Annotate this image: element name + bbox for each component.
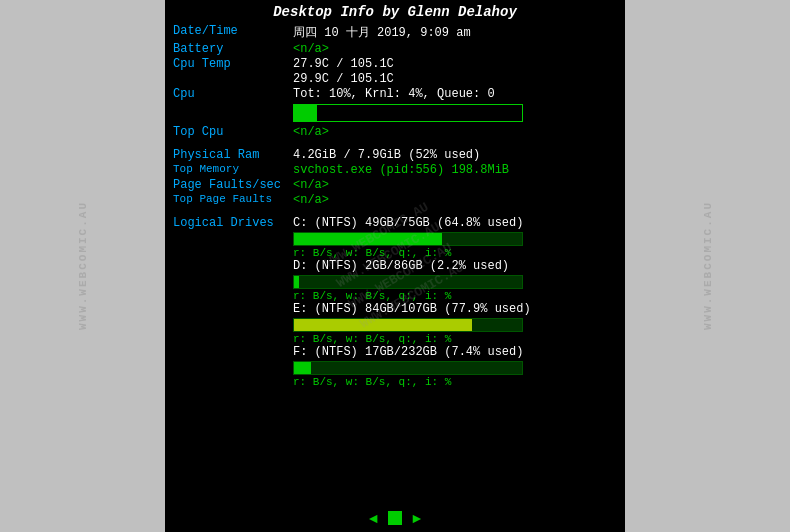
drive-d-io: r: B/s, w: B/s, q:, i: % xyxy=(293,290,617,302)
right-watermark-text: WWW.WEBCOMIC.AU xyxy=(702,201,714,330)
topmem-value: svchost.exe (pid:556) 198.8MiB xyxy=(293,163,509,177)
ram-row: Physical Ram 4.2GiB / 7.9GiB (52% used) xyxy=(173,148,617,162)
drives-content: C: (NTFS) 49GB/75GB (64.8% used) r: B/s,… xyxy=(293,216,617,388)
toppage-value: <n/a> xyxy=(293,193,329,207)
cpu-value: Tot: 10%, Krnl: 4%, Queue: 0 xyxy=(293,87,495,101)
drive-e-bar xyxy=(293,318,523,332)
nav-next-button[interactable]: ► xyxy=(410,510,424,526)
battery-label: Battery xyxy=(173,42,293,56)
toppage-row: Top Page Faults <n/a> xyxy=(173,193,617,207)
datetime-label: Date/Time xyxy=(173,24,293,38)
cputemp-value2: 29.9C / 105.1C xyxy=(293,72,394,86)
cpu-bar-container xyxy=(293,104,523,122)
page-title: Desktop Info by Glenn Delahoy xyxy=(173,4,617,20)
cpu-label: Cpu xyxy=(173,87,293,101)
cputemp-row1: Cpu Temp 27.9C / 105.1C xyxy=(173,57,617,71)
cputemp-row2: 29.9C / 105.1C xyxy=(173,72,617,86)
main-panel: WWW.WEBCOMIC.AU WWW.WEBCOMIC.AU WWW.WEBC… xyxy=(165,0,625,532)
datetime-value: 周四 10 十月 2019, 9:09 am xyxy=(293,24,471,41)
topmem-row: Top Memory svchost.exe (pid:556) 198.8Mi… xyxy=(173,163,617,177)
drive-c-name: C: (NTFS) 49GB/75GB (64.8% used) xyxy=(293,216,617,230)
datetime-row: Date/Time 周四 10 十月 2019, 9:09 am xyxy=(173,24,617,41)
nav-stop-icon[interactable] xyxy=(388,511,402,525)
topcpu-row: Top Cpu <n/a> xyxy=(173,125,617,139)
drive-d-fill xyxy=(294,276,299,288)
drive-d-name: D: (NTFS) 2GB/86GB (2.2% used) xyxy=(293,259,617,273)
drive-c-fill xyxy=(294,233,442,245)
toppage-label: Top Page Faults xyxy=(173,193,293,205)
drive-e-fill xyxy=(294,319,472,331)
topmem-label: Top Memory xyxy=(173,163,293,175)
drives-section: Logical Drives C: (NTFS) 49GB/75GB (64.8… xyxy=(173,216,617,388)
nav-prev-button[interactable]: ◄ xyxy=(366,510,380,526)
drive-f-name: F: (NTFS) 17GB/232GB (7.4% used) xyxy=(293,345,617,359)
drive-d-bar xyxy=(293,275,523,289)
cputemp-label: Cpu Temp xyxy=(173,57,293,71)
battery-value: <n/a> xyxy=(293,42,329,56)
cpu-bar-fill xyxy=(294,105,317,121)
ram-label: Physical Ram xyxy=(173,148,293,162)
drive-f-bar xyxy=(293,361,523,375)
ram-value: 4.2GiB / 7.9GiB (52% used) xyxy=(293,148,480,162)
battery-row: Battery <n/a> xyxy=(173,42,617,56)
pagefaults-value: <n/a> xyxy=(293,178,329,192)
left-watermark: WWW.WEBCOMIC.AU xyxy=(0,0,165,532)
drives-label-col: Logical Drives xyxy=(173,216,293,230)
topcpu-value: <n/a> xyxy=(293,125,329,139)
drives-label: Logical Drives xyxy=(173,216,274,230)
cputemp-value1: 27.9C / 105.1C xyxy=(293,57,394,71)
drive-e-io: r: B/s, w: B/s, q:, i: % xyxy=(293,333,617,345)
cpu-row: Cpu Tot: 10%, Krnl: 4%, Queue: 0 xyxy=(173,87,617,101)
pagefaults-label: Page Faults/sec xyxy=(173,178,293,192)
drive-c-bar xyxy=(293,232,523,246)
drive-f-io: r: B/s, w: B/s, q:, i: % xyxy=(293,376,617,388)
drive-f-fill xyxy=(294,362,311,374)
drive-c-io: r: B/s, w: B/s, q:, i: % xyxy=(293,247,617,259)
pagefaults-row: Page Faults/sec <n/a> xyxy=(173,178,617,192)
bottom-nav: ◄ ► xyxy=(165,506,625,528)
left-watermark-text: WWW.WEBCOMIC.AU xyxy=(77,201,89,330)
right-watermark: WWW.WEBCOMIC.AU xyxy=(625,0,790,532)
topcpu-label: Top Cpu xyxy=(173,125,293,139)
drive-e-name: E: (NTFS) 84GB/107GB (77.9% used) xyxy=(293,302,617,316)
